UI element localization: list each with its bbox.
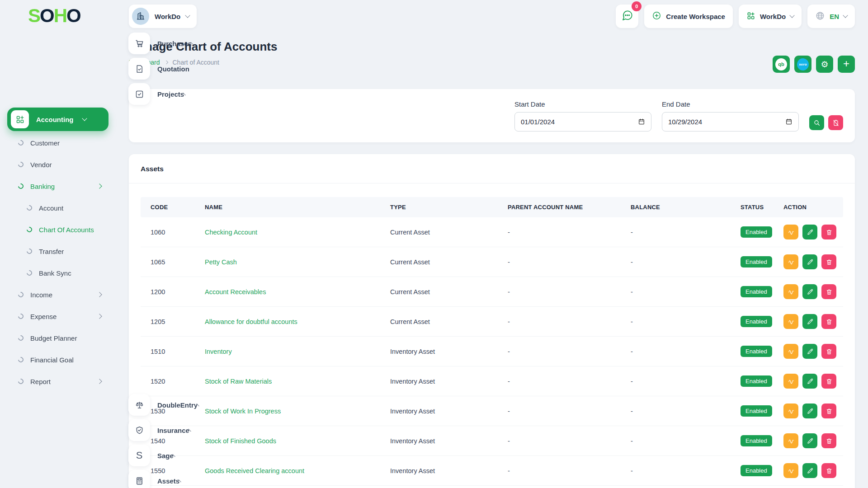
- cell-balance: -: [621, 307, 731, 337]
- cell-name: Goods Received Clearing account: [195, 456, 380, 486]
- sidebar-item-account[interactable]: Account: [0, 197, 118, 219]
- sidebar-item-banking[interactable]: Banking: [0, 175, 118, 197]
- chevron-right-icon: [97, 183, 102, 188]
- bullet-icon: [17, 378, 25, 385]
- delete-button[interactable]: [821, 463, 836, 478]
- delete-button[interactable]: [821, 433, 836, 448]
- cell-balance: -: [621, 366, 731, 396]
- sidebar-item-expense[interactable]: Expense: [0, 305, 118, 327]
- edit-button[interactable]: [802, 284, 817, 299]
- account-name-link[interactable]: Petty Cash: [205, 258, 237, 266]
- add-account-button[interactable]: +: [838, 56, 855, 73]
- grid-plus-icon: [746, 11, 755, 22]
- sidebar-item-projects[interactable]: Projects: [118, 81, 142, 107]
- workdo-menu-button[interactable]: WorkDo: [739, 5, 802, 28]
- bullet-icon: [26, 226, 33, 234]
- reset-filter-button[interactable]: [828, 115, 843, 130]
- sidebar-item-customer[interactable]: Customer: [0, 132, 118, 154]
- account-name-link[interactable]: Inventory: [205, 348, 232, 355]
- sidebar-item-transfer[interactable]: Transfer: [0, 240, 118, 262]
- edit-button[interactable]: [802, 404, 817, 418]
- edit-icon: [807, 378, 814, 385]
- cell-type: Non-current Asset: [380, 486, 498, 488]
- sidebar-item-report[interactable]: Report: [0, 371, 118, 392]
- account-name-link[interactable]: Goods Received Clearing account: [205, 467, 304, 474]
- status-badge: Enabled: [741, 256, 772, 267]
- edit-button[interactable]: [802, 433, 817, 448]
- status-badge: Enabled: [741, 465, 772, 476]
- delete-button[interactable]: [821, 344, 836, 359]
- sidebar-item-insurance[interactable]: Insurance: [118, 418, 142, 443]
- start-date-input[interactable]: 01/01/2024: [514, 112, 651, 131]
- edit-button[interactable]: [802, 374, 817, 389]
- cell-name: Checking Account: [195, 217, 380, 247]
- table-row: 1540Stock of Finished GoodsInventory Ass…: [141, 426, 843, 456]
- activity-button[interactable]: [783, 463, 798, 478]
- page-title: Manage Chart of Accounts: [129, 40, 277, 54]
- sidebar-item-doubleentry[interactable]: DoubleEntry: [118, 392, 142, 418]
- sidebar-item-chart-of-accounts[interactable]: Chart Of Accounts: [0, 219, 118, 240]
- activity-icon: [788, 467, 795, 474]
- edit-button[interactable]: [802, 344, 817, 359]
- settings-button[interactable]: ⚙: [816, 56, 833, 73]
- delete-button[interactable]: [821, 404, 836, 418]
- account-name-link[interactable]: Account Receivables: [205, 288, 266, 296]
- sidebar-item-income[interactable]: Income: [0, 284, 118, 305]
- activity-button[interactable]: [783, 254, 798, 269]
- end-date-input[interactable]: 10/29/2024: [662, 112, 799, 131]
- search-button[interactable]: [809, 115, 824, 130]
- messages-count-badge: 0: [632, 1, 642, 11]
- cell-parent: -: [498, 456, 621, 486]
- cell-action: [774, 486, 843, 488]
- delete-button[interactable]: [821, 374, 836, 389]
- table-row: 1200Account ReceivablesCurrent Asset--En…: [141, 277, 843, 307]
- row-actions: [783, 374, 840, 389]
- bullet-icon: [17, 183, 25, 190]
- activity-icon: [788, 348, 795, 355]
- sidebar-item-accounting[interactable]: Accounting: [7, 108, 108, 131]
- language-selector[interactable]: EN: [807, 5, 855, 28]
- bullet-icon: [17, 139, 25, 147]
- sidebar-item-budget-planner[interactable]: Budget Planner: [0, 327, 118, 349]
- cell-parent: -: [498, 337, 621, 366]
- account-name-link[interactable]: Allowance for doubtful accounts: [205, 318, 297, 325]
- delete-button[interactable]: [821, 314, 836, 329]
- cell-balance: -: [621, 456, 731, 486]
- activity-button[interactable]: [783, 314, 798, 329]
- activity-button[interactable]: [783, 225, 798, 239]
- activity-button[interactable]: [783, 374, 798, 389]
- account-name-link[interactable]: Stock of Raw Materials: [205, 378, 272, 385]
- sidebar-item-vendor[interactable]: Vendor: [0, 154, 118, 175]
- create-workspace-button[interactable]: Create Workspace: [644, 5, 733, 28]
- xero-button[interactable]: xero: [794, 56, 811, 73]
- cart-icon: [128, 33, 150, 54]
- edit-button[interactable]: [802, 225, 817, 239]
- activity-button[interactable]: [783, 404, 798, 418]
- edit-button[interactable]: [802, 314, 817, 329]
- quickbooks-button[interactable]: qb: [773, 56, 790, 73]
- sidebar-item-bank-sync[interactable]: Bank Sync: [0, 262, 118, 284]
- sidebar-item-label: Accounting: [36, 116, 74, 123]
- sidebar-item-quotation[interactable]: Quotation: [118, 56, 142, 81]
- delete-button[interactable]: [821, 254, 836, 269]
- edit-button[interactable]: [802, 463, 817, 478]
- messages-button[interactable]: 0: [616, 5, 638, 28]
- delete-button[interactable]: [821, 225, 836, 239]
- workspace-switcher[interactable]: WorkDo: [129, 5, 197, 28]
- activity-button[interactable]: [783, 344, 798, 359]
- sidebar-item-financial-goal[interactable]: Financial Goal: [0, 349, 118, 371]
- edit-icon: [807, 467, 814, 474]
- activity-button[interactable]: [783, 433, 798, 448]
- delete-button[interactable]: [821, 284, 836, 299]
- account-name-link[interactable]: Stock of Work In Progress: [205, 408, 281, 415]
- sidebar-item-purchases[interactable]: Purchases: [118, 31, 142, 56]
- sidebar-item-sage[interactable]: SSage: [118, 443, 142, 468]
- cell-type: Inventory Asset: [380, 337, 498, 366]
- activity-button[interactable]: [783, 284, 798, 299]
- column-header-code: CODE: [141, 197, 195, 217]
- sidebar-item-assets[interactable]: Assets: [118, 468, 142, 488]
- sidebar: SOHO PurchasesQuotationProjectsAccountin…: [0, 0, 118, 488]
- edit-button[interactable]: [802, 254, 817, 269]
- account-name-link[interactable]: Stock of Finished Goods: [205, 437, 276, 445]
- account-name-link[interactable]: Checking Account: [205, 229, 257, 236]
